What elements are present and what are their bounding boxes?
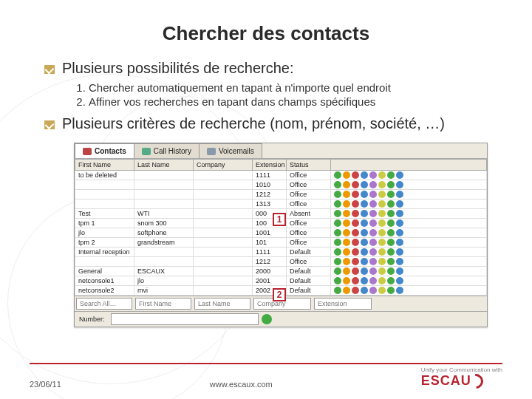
action-icon[interactable] bbox=[352, 287, 359, 294]
action-icon[interactable] bbox=[396, 181, 403, 188]
action-icon[interactable] bbox=[352, 210, 359, 217]
action-icon[interactable] bbox=[334, 181, 341, 188]
action-icon[interactable] bbox=[387, 181, 395, 188]
table-row[interactable]: tpm 2grandstream101Office bbox=[75, 238, 487, 248]
action-icon[interactable] bbox=[343, 219, 350, 227]
action-icon[interactable] bbox=[396, 258, 403, 265]
action-icon[interactable] bbox=[343, 277, 350, 284]
action-icon[interactable] bbox=[334, 171, 341, 179]
table-row[interactable]: netconsole1jlo2001Default bbox=[75, 276, 487, 286]
action-icon[interactable] bbox=[396, 287, 403, 294]
tab-voicemails[interactable]: Voicemails bbox=[199, 143, 262, 158]
action-icon[interactable] bbox=[387, 248, 395, 256]
action-icon[interactable] bbox=[387, 277, 395, 284]
action-icon[interactable] bbox=[352, 277, 359, 284]
action-icon[interactable] bbox=[387, 210, 395, 217]
table-row[interactable]: Internal reception1111Default bbox=[75, 248, 487, 257]
action-icon[interactable] bbox=[387, 219, 395, 227]
action-icon[interactable] bbox=[369, 267, 377, 275]
action-icon[interactable] bbox=[387, 258, 395, 265]
action-icon[interactable] bbox=[361, 258, 368, 265]
table-row[interactable]: 1010Office bbox=[75, 180, 487, 190]
action-icon[interactable] bbox=[352, 267, 359, 275]
action-icon[interactable] bbox=[352, 181, 359, 188]
search-first-input[interactable] bbox=[135, 298, 191, 310]
action-icon[interactable] bbox=[361, 191, 368, 198]
action-icon[interactable] bbox=[396, 191, 403, 198]
action-icon[interactable] bbox=[334, 200, 341, 208]
col-status[interactable]: Status bbox=[287, 160, 331, 171]
action-icon[interactable] bbox=[334, 287, 341, 294]
action-icon[interactable] bbox=[361, 267, 368, 275]
action-icon[interactable] bbox=[378, 191, 386, 198]
action-icon[interactable] bbox=[396, 210, 403, 217]
tab-contacts[interactable]: Contacts bbox=[75, 143, 134, 158]
action-icon[interactable] bbox=[378, 200, 386, 208]
action-icon[interactable] bbox=[334, 229, 341, 236]
dial-icon[interactable] bbox=[262, 314, 272, 324]
search-last-input[interactable] bbox=[194, 298, 250, 310]
action-icon[interactable] bbox=[387, 287, 395, 294]
action-icon[interactable] bbox=[378, 181, 386, 188]
table-row[interactable]: GeneralESCAUX2000Default bbox=[75, 267, 487, 276]
action-icon[interactable] bbox=[387, 171, 395, 179]
action-icon[interactable] bbox=[334, 248, 341, 256]
action-icon[interactable] bbox=[343, 210, 350, 217]
action-icon[interactable] bbox=[378, 171, 386, 179]
action-icon[interactable] bbox=[343, 171, 350, 179]
action-icon[interactable] bbox=[378, 210, 386, 217]
action-icon[interactable] bbox=[396, 248, 403, 256]
action-icon[interactable] bbox=[378, 258, 386, 265]
table-row[interactable]: 1212Office bbox=[75, 257, 487, 267]
action-icon[interactable] bbox=[334, 210, 341, 217]
action-icon[interactable] bbox=[369, 210, 377, 217]
col-firstname[interactable]: First Name bbox=[75, 160, 134, 171]
action-icon[interactable] bbox=[378, 248, 386, 256]
action-icon[interactable] bbox=[396, 277, 403, 284]
action-icon[interactable] bbox=[361, 181, 368, 188]
action-icon[interactable] bbox=[361, 171, 368, 179]
action-icon[interactable] bbox=[396, 229, 403, 236]
action-icon[interactable] bbox=[343, 239, 350, 246]
action-icon[interactable] bbox=[343, 248, 350, 256]
action-icon[interactable] bbox=[343, 258, 350, 265]
col-lastname[interactable]: Last Name bbox=[134, 160, 194, 171]
action-icon[interactable] bbox=[369, 258, 377, 265]
action-icon[interactable] bbox=[361, 210, 368, 217]
search-ext-input[interactable] bbox=[314, 298, 372, 310]
table-row[interactable]: to be deleted1111Office bbox=[75, 171, 487, 180]
table-row[interactable]: 1212Office bbox=[75, 190, 487, 200]
action-icon[interactable] bbox=[369, 239, 377, 246]
action-icon[interactable] bbox=[361, 200, 368, 208]
col-extension[interactable]: Extension bbox=[253, 160, 287, 171]
action-icon[interactable] bbox=[396, 267, 403, 275]
action-icon[interactable] bbox=[361, 287, 368, 294]
table-row[interactable]: 1313Office bbox=[75, 200, 487, 209]
number-input[interactable] bbox=[111, 313, 259, 325]
action-icon[interactable] bbox=[343, 287, 350, 294]
action-icon[interactable] bbox=[396, 200, 403, 208]
action-icon[interactable] bbox=[378, 287, 386, 294]
action-icon[interactable] bbox=[378, 267, 386, 275]
action-icon[interactable] bbox=[352, 191, 359, 198]
action-icon[interactable] bbox=[369, 181, 377, 188]
action-icon[interactable] bbox=[361, 277, 368, 284]
action-icon[interactable] bbox=[334, 239, 341, 246]
action-icon[interactable] bbox=[396, 239, 403, 246]
action-icon[interactable] bbox=[352, 239, 359, 246]
action-icon[interactable] bbox=[387, 267, 395, 275]
action-icon[interactable] bbox=[334, 277, 341, 284]
col-company[interactable]: Company bbox=[194, 160, 253, 171]
action-icon[interactable] bbox=[334, 219, 341, 227]
action-icon[interactable] bbox=[352, 219, 359, 227]
action-icon[interactable] bbox=[361, 229, 368, 236]
action-icon[interactable] bbox=[334, 191, 341, 198]
action-icon[interactable] bbox=[352, 171, 359, 179]
action-icon[interactable] bbox=[387, 239, 395, 246]
action-icon[interactable] bbox=[369, 287, 377, 294]
action-icon[interactable] bbox=[387, 200, 395, 208]
action-icon[interactable] bbox=[343, 229, 350, 236]
action-icon[interactable] bbox=[343, 200, 350, 208]
action-icon[interactable] bbox=[343, 181, 350, 188]
action-icon[interactable] bbox=[352, 229, 359, 236]
